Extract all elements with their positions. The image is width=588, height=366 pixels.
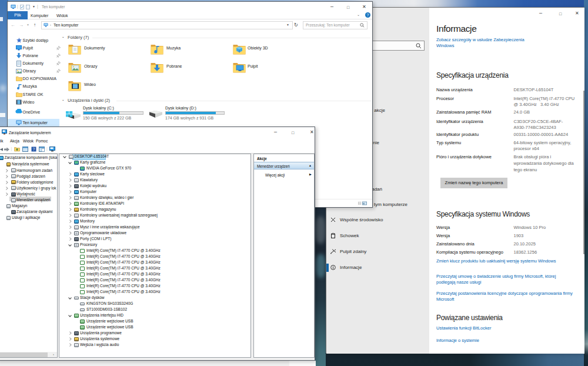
svg-text:?: ? [33,147,35,151]
